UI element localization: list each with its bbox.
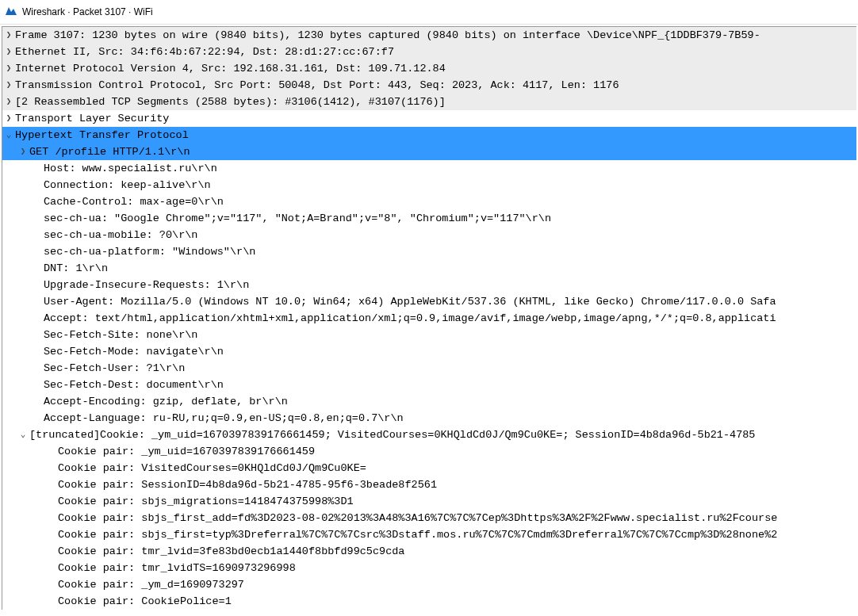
tree-item-http-header[interactable]: ❯Accept-Language: ru-RU,ru;q=0.9,en-US;q… <box>2 410 856 427</box>
tree-item-http-header[interactable]: ❯User-Agent: Mozilla/5.0 (Windows NT 10.… <box>2 293 856 310</box>
title-bar: Wireshark · Packet 3107 · WiFi <box>0 0 858 25</box>
tree-item-tcp[interactable]: ❯ Transmission Control Protocol, Src Por… <box>2 77 856 94</box>
tree-item-cookie-pair[interactable]: ❯Cookie pair: sbjs_first_add=fd%3D2023-0… <box>2 510 856 526</box>
expand-icon[interactable]: ❯ <box>2 110 15 127</box>
tree-item-http-header[interactable]: ❯Cache-Control: max-age=0\r\n <box>2 193 856 210</box>
tree-item-cookie-pair[interactable]: ❯Cookie pair: SessionID=4b8da96d-5b21-47… <box>2 476 856 493</box>
expand-icon[interactable]: ❯ <box>2 77 15 94</box>
tree-item-reassembled[interactable]: ❯ [2 Reassembled TCP Segments (2588 byte… <box>2 94 856 110</box>
tree-item-cookie-pair[interactable]: ❯Cookie pair: sbjs_first=typ%3Dreferral%… <box>2 526 856 543</box>
tree-item-http-header[interactable]: ❯sec-ch-ua: "Google Chrome";v="117", "No… <box>2 210 856 227</box>
collapse-icon[interactable]: ⌄ <box>17 427 29 443</box>
tree-item-http-header[interactable]: ❯Sec-Fetch-Site: none\r\n <box>2 327 856 343</box>
tree-item-ethernet[interactable]: ❯ Ethernet II, Src: 34:f6:4b:67:22:94, D… <box>2 44 856 60</box>
tree-item-http-header[interactable]: ❯Sec-Fetch-User: ?1\r\n <box>2 360 856 377</box>
wireshark-icon <box>5 5 22 20</box>
tree-item-cookie-pair[interactable]: ❯Cookie pair: _ym_uid=167039783917666145… <box>2 443 856 460</box>
tree-item-http-header[interactable]: ❯sec-ch-ua-platform: "Windows"\r\n <box>2 243 856 260</box>
expand-icon[interactable]: ❯ <box>17 143 29 160</box>
tree-item-http-header[interactable]: ❯Sec-Fetch-Dest: document\r\n <box>2 377 856 393</box>
collapse-icon[interactable]: ⌄ <box>2 127 15 143</box>
tree-item-cookie-pair[interactable]: ❯Cookie pair: sbjs_migrations=1418474375… <box>2 493 856 510</box>
tree-item-http-header[interactable]: ❯Host: www.specialist.ru\r\n <box>2 160 856 177</box>
tree-item-cookie-pair[interactable]: ❯Cookie pair: CookiePolice=1 <box>2 593 856 610</box>
tree-item-tls[interactable]: ❯ Transport Layer Security <box>2 110 856 127</box>
tree-item-http-header[interactable]: ❯DNT: 1\r\n <box>2 260 856 277</box>
tree-item-http-header[interactable]: ❯Sec-Fetch-Mode: navigate\r\n <box>2 343 856 360</box>
tree-item-http-header[interactable]: ❯Accept: text/html,application/xhtml+xml… <box>2 310 856 327</box>
tree-item-http-header[interactable]: ❯Connection: keep-alive\r\n <box>2 177 856 193</box>
tree-item-frame[interactable]: ❯ Frame 3107: 1230 bytes on wire (9840 b… <box>2 27 856 44</box>
tree-item-cookie-pair[interactable]: ❯Cookie pair: tmr_lvidTS=1690973296998 <box>2 560 856 576</box>
tree-item-cookie-pair[interactable]: ❯Cookie pair: _ym_d=1690973297 <box>2 576 856 593</box>
tree-item-http[interactable]: ⌄ Hypertext Transfer Protocol <box>2 127 856 143</box>
protocol-tree[interactable]: ❯ Frame 3107: 1230 bytes on wire (9840 b… <box>2 27 856 610</box>
window-title: Wireshark · Packet 3107 · WiFi <box>22 6 153 17</box>
tree-item-get-request[interactable]: ❯ GET /profile HTTP/1.1\r\n <box>2 143 856 160</box>
tree-item-http-header[interactable]: ❯Upgrade-Insecure-Requests: 1\r\n <box>2 277 856 293</box>
tree-item-cookie-pair[interactable]: ❯Cookie pair: VisitedCourses=0KHQldCd0J/… <box>2 460 856 476</box>
expand-icon[interactable]: ❯ <box>2 94 15 110</box>
packet-details-pane[interactable]: ❯ Frame 3107: 1230 bytes on wire (9840 b… <box>2 26 856 610</box>
tree-item-cookie-pair[interactable]: ❯Cookie pair: tmr_lvid=3fe83bd0ecb1a1440… <box>2 543 856 560</box>
expand-icon[interactable]: ❯ <box>2 27 15 44</box>
tree-item-http-header[interactable]: ❯Accept-Encoding: gzip, deflate, br\r\n <box>2 393 856 410</box>
tree-item-cookie-truncated[interactable]: ⌄ [truncated]Cookie: _ym_uid=16703978391… <box>2 427 856 443</box>
expand-icon[interactable]: ❯ <box>2 44 15 60</box>
expand-icon[interactable]: ❯ <box>2 60 15 77</box>
tree-item-ip[interactable]: ❯ Internet Protocol Version 4, Src: 192.… <box>2 60 856 77</box>
tree-item-http-header[interactable]: ❯sec-ch-ua-mobile: ?0\r\n <box>2 227 856 243</box>
